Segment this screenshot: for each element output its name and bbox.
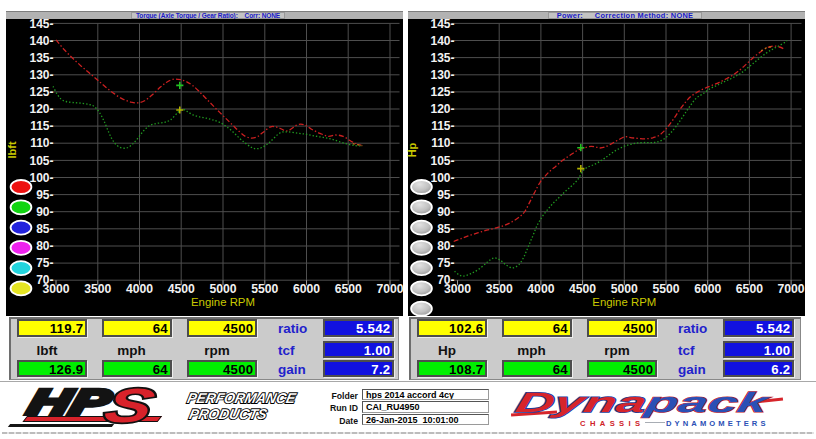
- svg-text:80-: 80-: [437, 239, 454, 253]
- svg-text:Hp: Hp: [406, 142, 418, 157]
- svg-text:140-: 140-: [430, 34, 454, 48]
- svg-text:95-: 95-: [437, 188, 454, 202]
- svg-text:PERFORMANCE: PERFORMANCE: [186, 389, 298, 405]
- svg-text:4000: 4000: [527, 282, 554, 296]
- svg-text:PRODUCTS: PRODUCTS: [188, 405, 269, 421]
- svg-text:105-: 105-: [29, 154, 53, 168]
- svg-text:75-: 75-: [36, 256, 53, 270]
- svg-text:130-: 130-: [29, 68, 53, 82]
- svg-text:4000: 4000: [126, 282, 153, 296]
- svg-text:90-: 90-: [36, 205, 53, 219]
- svg-text:lbft: lbft: [6, 141, 18, 158]
- svg-text:6500: 6500: [335, 282, 362, 296]
- svg-text:6000: 6000: [694, 282, 721, 296]
- svg-text:125-: 125-: [430, 85, 454, 99]
- svg-text:115-: 115-: [431, 119, 454, 133]
- svg-text:135-: 135-: [430, 51, 454, 65]
- svg-text:Engine RPM: Engine RPM: [191, 296, 255, 308]
- svg-text:95-: 95-: [36, 188, 53, 202]
- svg-text:125-: 125-: [29, 85, 53, 99]
- svg-text:6500: 6500: [736, 282, 763, 296]
- svg-text:100-: 100-: [29, 171, 53, 185]
- svg-text:3500: 3500: [486, 282, 513, 296]
- svg-text:4500: 4500: [168, 282, 195, 296]
- svg-text:135-: 135-: [29, 51, 53, 65]
- svg-text:120-: 120-: [430, 102, 454, 116]
- svg-text:130-: 130-: [430, 68, 454, 82]
- svg-text:5000: 5000: [209, 282, 236, 296]
- svg-text:90-: 90-: [437, 205, 454, 219]
- svg-text:7000: 7000: [778, 282, 805, 296]
- svg-text:6000: 6000: [293, 282, 320, 296]
- svg-text:120-: 120-: [29, 102, 53, 116]
- svg-text:5500: 5500: [652, 282, 679, 296]
- svg-text:7000: 7000: [376, 282, 403, 296]
- svg-text:80-: 80-: [36, 239, 53, 253]
- svg-text:85-: 85-: [36, 222, 53, 236]
- svg-text:5500: 5500: [251, 282, 278, 296]
- svg-text:3000: 3000: [42, 282, 69, 296]
- svg-text:85-: 85-: [437, 222, 454, 236]
- svg-text:145-: 145-: [29, 17, 53, 31]
- svg-text:145-: 145-: [430, 17, 454, 31]
- svg-text:100-: 100-: [430, 171, 454, 185]
- svg-text:Dynapack: Dynapack: [513, 386, 774, 417]
- svg-text:5000: 5000: [611, 282, 638, 296]
- svg-text:115-: 115-: [30, 119, 53, 133]
- svg-text:4500: 4500: [569, 282, 596, 296]
- svg-text:105-: 105-: [430, 154, 454, 168]
- svg-text:Engine RPM: Engine RPM: [592, 296, 656, 308]
- svg-text:110-: 110-: [30, 136, 53, 150]
- svg-text:3000: 3000: [444, 282, 471, 296]
- svg-text:75-: 75-: [437, 256, 454, 270]
- svg-text:110-: 110-: [431, 136, 454, 150]
- svg-text:140-: 140-: [29, 34, 53, 48]
- svg-text:3500: 3500: [84, 282, 111, 296]
